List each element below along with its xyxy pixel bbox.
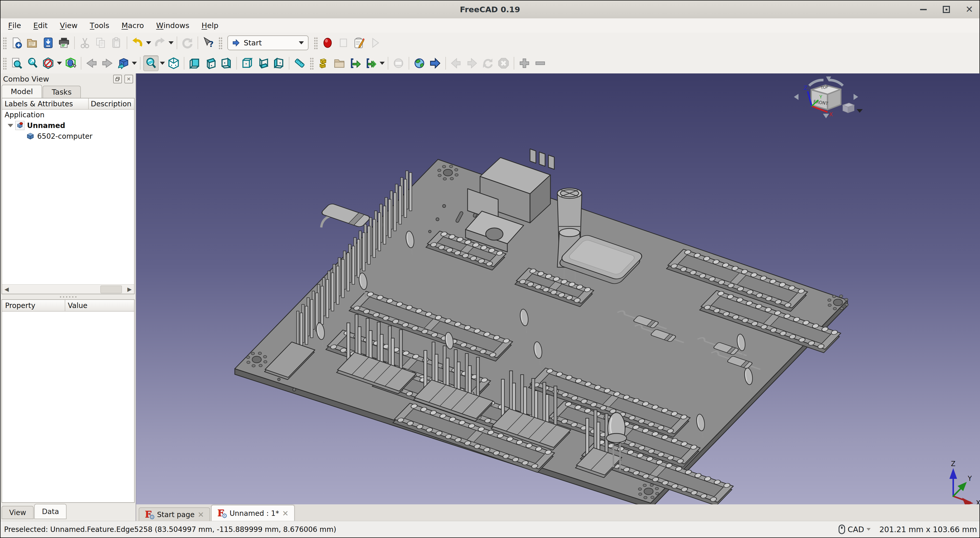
open-document-button[interactable] [25,35,40,51]
undo-dropdown[interactable] [145,35,152,51]
menu-windows[interactable]: Windows [150,18,195,33]
save-document-button[interactable] [41,35,56,51]
menu-file[interactable]: File [2,18,27,33]
menu-view[interactable]: View [54,18,84,33]
refresh-button[interactable] [180,35,195,51]
browser-button[interactable] [391,56,406,71]
open-folder-button[interactable] [332,56,347,71]
scrollbar-track[interactable] [11,285,125,293]
navigation-style-selector[interactable]: CAD [838,524,871,534]
page-forward-button[interactable] [465,56,479,71]
toolbar-drag-handle[interactable] [313,37,318,49]
tab-unnamed-document[interactable]: F⚙ Unnamed : 1* ✕ [211,505,295,521]
tree-column-header[interactable]: Labels & Attributes Description [2,99,134,110]
zoom-out-button[interactable] [533,56,547,71]
ruler-icon [294,57,305,69]
title-bar[interactable]: FreeCAD 0.19 ✕ [0,0,980,19]
macro-stop-button[interactable] [336,35,351,51]
macro-record-button[interactable] [320,35,335,51]
3d-viewport[interactable]: TOP FRONT Z X Y [136,73,980,505]
print-button[interactable] [57,35,72,51]
tab-view[interactable]: View [2,506,33,519]
new-document-button[interactable] [9,35,24,51]
whats-this-button[interactable]: ? [201,35,216,51]
menu-help[interactable]: Help [196,18,224,33]
close-button[interactable]: ✕ [963,3,976,16]
workbench-selector[interactable]: Start [228,35,309,50]
maximize-button[interactable] [940,3,953,16]
box-zoom-button[interactable] [63,56,78,71]
menu-tools[interactable]: Tools [84,18,115,33]
fit-all-button[interactable] [9,56,24,71]
front-view-button[interactable] [187,56,202,71]
open-start-page-button[interactable] [428,56,442,71]
panel-splitter[interactable] [0,295,136,299]
set-view-dropdown[interactable] [131,56,138,71]
draw-style-button[interactable] [41,56,56,71]
menu-edit[interactable]: Edit [27,18,54,33]
toolbar-drag-handle[interactable] [3,57,6,70]
mouse-icon [838,524,845,534]
menu-macro[interactable]: Macro [116,18,150,33]
macro-edit-button[interactable] [352,35,367,51]
tab-data[interactable]: Data [34,504,67,519]
macro-execute-button[interactable] [368,35,382,51]
cut-button[interactable] [78,35,92,51]
page-stop-button[interactable] [496,56,511,71]
copy-button[interactable] [93,35,108,51]
export-all-dropdown[interactable] [379,56,385,71]
minimize-button[interactable] [917,3,930,16]
undo-button[interactable] [130,35,145,51]
start-workbench-button[interactable] [316,56,331,71]
rear-view-button[interactable] [240,56,255,71]
open-folder-icon [27,37,38,49]
sync-view-button[interactable] [143,55,159,71]
tree-item-6502-computer[interactable]: 6502-computer [2,131,134,141]
column-divider[interactable] [65,300,65,311]
pcb-3d-view[interactable]: TOP FRONT Z X Y [136,73,980,505]
tab-model[interactable]: Model [2,84,42,98]
page-back-button[interactable] [449,56,463,71]
property-column-header[interactable]: Property Value [2,300,134,312]
toolbar-drag-handle[interactable] [3,37,6,49]
set-view-button[interactable] [116,56,130,71]
tab-tasks[interactable]: Tasks [43,86,81,98]
tree-item-unnamed[interactable]: Unnamed [2,120,134,131]
scroll-right-icon[interactable]: ▶ [125,285,134,293]
measure-distance-button[interactable] [292,56,307,71]
tree-horizontal-scrollbar[interactable]: ◀ ▶ [2,284,134,294]
close-panel-button[interactable]: ✕ [124,75,133,83]
tab-start-page[interactable]: F⚙ Start page ✕ [139,508,210,521]
scrollbar-thumb[interactable] [100,286,122,293]
redo-dropdown[interactable] [168,35,174,51]
left-view-button[interactable] [271,56,286,71]
close-tab-icon[interactable]: ✕ [197,510,204,519]
expander-icon[interactable] [8,124,13,127]
combo-view-header[interactable]: Combo View ✕ [0,73,136,84]
float-panel-button[interactable] [113,75,122,83]
redo-button[interactable] [153,35,167,51]
export-button[interactable] [348,56,363,71]
scroll-left-icon[interactable]: ◀ [2,285,11,293]
draw-style-dropdown[interactable] [56,56,63,71]
close-tab-icon[interactable]: ✕ [282,509,289,518]
page-refresh-button[interactable] [480,56,495,71]
paste-button[interactable] [109,35,124,51]
top-view-button[interactable] [203,56,218,71]
nav-back-button[interactable] [84,56,99,71]
tree-item-application[interactable]: Application [2,110,134,120]
fit-selection-button[interactable] [25,56,40,71]
column-divider[interactable] [88,99,89,109]
right-view-button[interactable] [219,56,234,71]
right-view-icon [220,57,232,69]
sync-view-dropdown[interactable] [159,56,166,71]
maximize-icon [943,6,950,13]
axonometric-view-button[interactable] [166,56,181,71]
toolbar-drag-handle[interactable] [218,37,222,49]
bottom-view-button[interactable] [255,56,270,71]
export-all-button[interactable] [364,56,378,71]
toolbar-drag-handle[interactable] [310,57,313,70]
zoom-in-button[interactable] [517,56,532,71]
web-button[interactable] [412,56,427,71]
nav-forward-button[interactable] [100,56,115,71]
